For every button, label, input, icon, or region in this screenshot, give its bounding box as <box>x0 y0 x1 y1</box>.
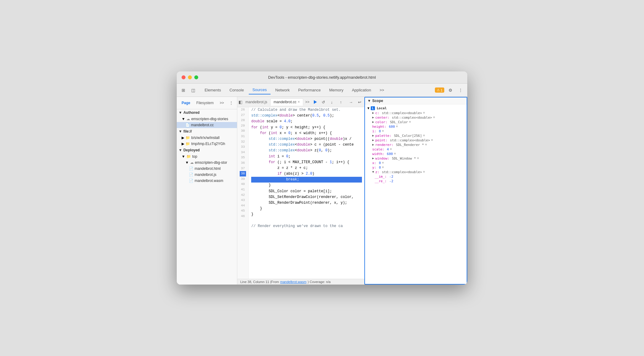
sidebar-item-emscripten-deployed[interactable]: ▼ ☁ emscripten-dbg-stor <box>177 160 237 166</box>
scope-item-window-grid: ⊞ <box>417 157 419 160</box>
line-num-39: 39 <box>240 176 246 182</box>
sidebar-item-mandelbrot-cc[interactable]: 📄 mandelbrot.cc <box>177 122 237 128</box>
line-num-32: 32 <box>240 139 246 145</box>
scope-item-scale-val: 4 <box>387 147 389 151</box>
settings-icon[interactable]: ⚙ <box>446 86 455 94</box>
scope-item-height[interactable]: height: 600 ⊞ <box>365 124 467 129</box>
file-tab-mandelbrot-js[interactable]: mandelbrot.js <box>242 99 270 105</box>
step-out-button[interactable]: ↑ <box>338 98 346 106</box>
scope-item-scale[interactable]: scale: 4 ⊞ <box>365 147 467 152</box>
warning-icon: ⚠ <box>437 88 440 92</box>
scope-item-renderer-key: renderer: <box>375 143 395 147</box>
scope-panel: ▼ Scope ▼ L Local ▶ c: std::complex<doub… <box>364 97 467 285</box>
tab-application[interactable]: Application <box>348 86 375 94</box>
step-button[interactable]: → <box>347 98 355 106</box>
scope-local-header[interactable]: ▼ L Local <box>365 106 467 111</box>
tab-network[interactable]: Network <box>272 86 294 94</box>
code-line-44: } <box>251 212 362 217</box>
scope-item-renderer-arrow: ▶ <box>372 143 374 146</box>
tab-more[interactable]: >> <box>376 86 388 94</box>
sidebar-section-deployed[interactable]: ▼ Deployed <box>177 147 237 153</box>
scope-item-z-im[interactable]: __im_: -2 <box>365 174 467 179</box>
line-numbers: 26 27 28 29 30 31 32 33 34 35 36 37 38 3… <box>237 107 249 279</box>
sidebar-tab-filesystem[interactable]: Filesystem <box>194 100 216 106</box>
scope-item-center-grid: ⊞ <box>433 116 435 119</box>
sidebar-add-icon[interactable]: ⋮ <box>228 99 235 107</box>
sidebar-section-authored[interactable]: ▼ Authored <box>177 109 237 116</box>
code-content[interactable]: // Calculate and draw the Mandelbrot set… <box>249 107 364 279</box>
sidebar-item-emscripten-authored[interactable]: ▼ ☁ emscripten-dbg-stories <box>177 116 237 122</box>
tab-memory[interactable]: Memory <box>326 86 347 94</box>
step-over-button[interactable]: ↺ <box>320 98 328 106</box>
device-toolbar-icon[interactable]: ◫ <box>189 86 197 94</box>
tab-console[interactable]: Console <box>226 86 248 94</box>
tab-sources[interactable]: Sources <box>249 86 271 94</box>
scope-item-renderer[interactable]: ▶ renderer: SDL_Renderer * ⊞ <box>365 143 467 147</box>
sidebar-item-mandelbrot-html[interactable]: 📄 mandelbrot.html <box>177 166 237 172</box>
sidebar-label-mandelbrot-html: mandelbrot.html <box>195 166 221 171</box>
minimize-button[interactable] <box>188 75 192 79</box>
inspector-icon[interactable]: ⊞ <box>179 86 188 94</box>
scope-item-z-im-val: -2 <box>389 175 393 179</box>
code-line-40: SDL_Color color = palette[i]; <box>251 189 362 194</box>
scope-item-x-key: x: <box>372 161 378 165</box>
scope-item-window[interactable]: ▶ window: SDL_Window * ⊞ <box>365 156 467 161</box>
sidebar-tab-more[interactable]: >> <box>217 100 226 106</box>
line-num-27: 27 <box>240 113 246 118</box>
debug-toolbar: ↺ ↓ ↑ → ↩ <box>311 98 364 106</box>
line-num-42: 42 <box>240 193 246 198</box>
scope-item-z[interactable]: ▼ z: std::complex<double> ⊞ <box>365 170 467 174</box>
step-into-button[interactable]: ↓ <box>329 98 337 106</box>
scope-item-i[interactable]: i: 0 ⊞ <box>365 129 467 134</box>
scope-item-y[interactable]: y: 0 ⊞ <box>365 165 467 170</box>
expand-arrow-install: ▶ <box>182 136 184 140</box>
svg-text:↺: ↺ <box>322 100 325 104</box>
scope-title: Scope <box>372 99 383 103</box>
status-link[interactable]: mandelbrot.wasm <box>280 280 307 284</box>
scope-item-center[interactable]: ▶ center: std::complex<double> ⊞ <box>365 115 467 120</box>
tab-performance[interactable]: Performance <box>294 86 324 94</box>
tab-elements[interactable]: Elements <box>201 86 225 94</box>
sidebar-item-top[interactable]: ▼ 📁 top <box>177 153 237 160</box>
scope-item-z-key: z: <box>375 170 381 174</box>
scope-item-width[interactable]: width: 600 ⊞ <box>365 152 467 156</box>
maximize-button[interactable] <box>194 75 198 79</box>
resume-button[interactable] <box>311 98 319 106</box>
main-tabbar: ⊞ ◫ Elements Console Sources Network Per… <box>177 84 467 97</box>
traffic-lights <box>182 75 198 79</box>
editor-main: ◧ mandelbrot.js mandelbrot.cc ✕ >> <box>237 97 364 285</box>
scope-item-z-re[interactable]: __re_: -2 <box>365 179 467 183</box>
scope-item-palette[interactable]: ▶ palette: SDL_Color[256] ⊞ <box>365 134 467 138</box>
expand-arrow-tmp: ▶ <box>182 142 184 146</box>
expand-arrow-top: ▼ <box>182 154 185 159</box>
line-num-38: 38 <box>240 171 246 176</box>
scope-item-palette-grid: ⊞ <box>423 134 425 137</box>
scope-item-color[interactable]: ▶ color: SDL_Color ⊞ <box>365 120 467 124</box>
sidebar-item-install[interactable]: ▶ 📁 b/s/w/ir/x/w/install <box>177 135 237 141</box>
devtools-window: DevTools - emscripten-dbg-stories.netlif… <box>177 71 467 285</box>
sidebar-item-tmp[interactable]: ▶ 📁 tmp/tmp.ELcTq2YGh <box>177 141 237 147</box>
sidebar-section-file[interactable]: ▼ file:// <box>177 128 237 135</box>
scope-local-badge: L <box>371 106 375 110</box>
scope-arrow-icon: ▼ <box>367 99 371 103</box>
line-num-29: 29 <box>240 123 246 129</box>
scope-item-c[interactable]: ▶ c: std::complex<double> ⊞ <box>365 111 467 115</box>
deactivate-breakpoints-button[interactable]: ↩ <box>356 98 364 106</box>
sidebar-toggle-icon[interactable]: ◧ <box>238 98 242 106</box>
scope-item-x[interactable]: x: 0 ⊞ <box>365 161 467 165</box>
sidebar-item-mandelbrot-wasm[interactable]: 📄 mandelbrot.wasm <box>177 178 237 184</box>
file-tab-more[interactable]: >> <box>303 100 311 104</box>
expand-arrow-emscripten-deployed: ▼ <box>185 160 189 165</box>
code-line-33: std::complex<double> z(0, 0); <box>251 148 362 153</box>
sidebar-label-mandelbrot-wasm: mandelbrot.wasm <box>195 179 223 183</box>
scope-item-c-val: std::complex<double> <box>382 111 422 115</box>
file-tab-mandelbrot-cc[interactable]: mandelbrot.cc ✕ <box>270 98 303 106</box>
file-tab-close-icon[interactable]: ✕ <box>297 100 300 104</box>
close-button[interactable] <box>182 75 186 79</box>
more-options-icon[interactable]: ⋮ <box>456 86 465 94</box>
sidebar-tab-page[interactable]: Page <box>179 100 193 106</box>
scope-item-point[interactable]: ▶ point: std::complex<double> ⊞ <box>365 138 467 143</box>
warning-badge[interactable]: ⚠ 1 <box>435 87 444 93</box>
sidebar-item-mandelbrot-js[interactable]: 📄 mandelbrot.js <box>177 172 237 178</box>
scope-item-width-grid: ⊞ <box>394 152 396 155</box>
